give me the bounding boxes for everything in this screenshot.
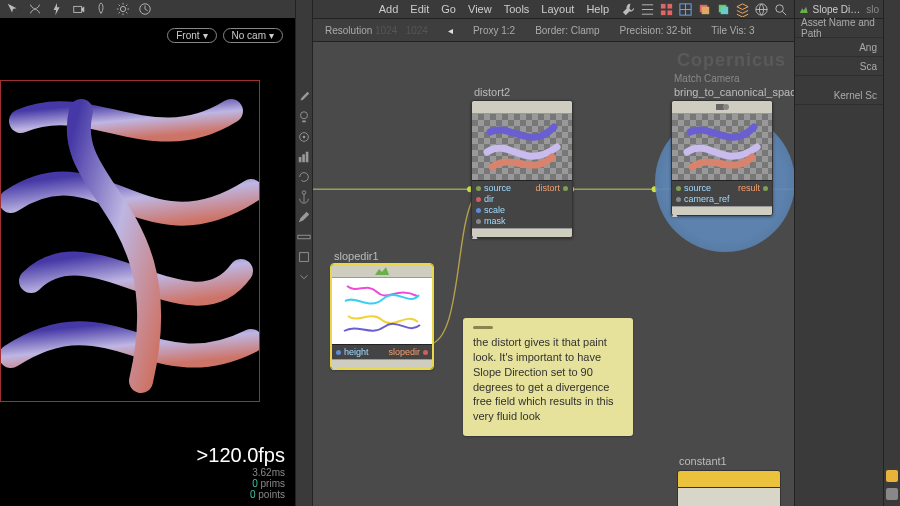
node-slopedir1[interactable]: slopedir1 heightslopedir ▴ [331,264,433,369]
wrench-icon[interactable] [621,2,636,17]
note-grip-icon[interactable] [473,326,493,329]
grid-pink-icon[interactable] [659,2,674,17]
bulb-icon[interactable] [297,110,311,124]
menu-help[interactable]: Help [586,3,609,15]
node-title: slopedir1 [334,250,379,262]
svg-rect-8 [306,152,309,163]
bolt-icon[interactable] [50,2,64,16]
viewport-safe-frame [0,80,260,402]
search-icon[interactable] [773,2,788,17]
viewport-tool-strip [295,0,313,506]
tilevis-readout[interactable]: Tile Vis: 3 [711,25,754,36]
node-bring-to-canonical-space[interactable]: Match Camera bring_to_canonical_space so… [671,100,773,216]
node-editor-header: Add Edit Go View Tools Layout Help [313,0,794,19]
node-ports: sourcedistort dir scale mask [472,180,572,228]
node-footer: ▴ [332,359,432,368]
menu-add[interactable]: Add [379,3,399,15]
svg-rect-12 [661,3,666,8]
svg-rect-11 [300,253,309,262]
clock-icon[interactable] [138,2,152,16]
param-scale[interactable]: Sca [795,57,883,76]
svg-point-1 [120,6,125,11]
param-angle[interactable]: Ang [795,38,883,57]
node-editor-subbar: Resolution 1024 1024 ◂ Proxy 1:2 Border:… [313,19,794,42]
layers-green-icon[interactable] [716,2,731,17]
menu-edit[interactable]: Edit [410,3,429,15]
node-header [677,470,781,488]
toggle-square-a[interactable] [886,470,898,482]
right-toggle-strip [883,0,900,506]
node-subtitle: Match Camera [674,73,740,84]
camera-icon[interactable] [72,2,86,16]
note-text: the distort gives it that paint look. It… [473,335,623,424]
svg-rect-15 [667,10,672,15]
target-icon[interactable] [297,130,311,144]
dropdown-icon[interactable] [297,270,311,284]
menu-go[interactable]: Go [441,3,456,15]
front-view-pill[interactable]: Front▾ [167,28,216,43]
rocket-icon[interactable] [94,2,108,16]
node-footer: ▴ [672,206,772,215]
fps-readout: >120.0fps [197,444,285,467]
toggle-square-b[interactable] [886,488,898,500]
node-preview [472,114,572,180]
svg-point-22 [776,4,784,12]
node-ports: sourceresult camera_ref [672,180,772,206]
gear-icon[interactable] [116,2,130,16]
frametime: 3.62ms [197,467,285,478]
svg-rect-13 [667,3,672,8]
node-editor-menu: Add Edit Go View Tools Layout Help [369,3,619,15]
svg-point-3 [301,112,308,119]
svg-rect-20 [721,6,729,14]
node-header [332,265,432,278]
camera-pill[interactable]: No cam▾ [223,28,283,43]
svg-rect-10 [298,235,310,239]
asset-path-label: Asset Name and Path [795,19,883,38]
box-icon[interactable] [297,250,311,264]
node-ports: heightslopedir [332,344,432,359]
svg-rect-0 [74,6,82,12]
node-name-field[interactable]: slo [866,4,879,15]
node-title: distort2 [474,86,510,98]
border-readout[interactable]: Border: Clamp [535,25,599,36]
svg-rect-29 [716,104,724,110]
viewport-panel: Front▾ No cam▾ >120.0fps [0,0,295,506]
viewport-toolbar [0,0,295,18]
menu-tools[interactable]: Tools [504,3,530,15]
stack-icon[interactable] [735,2,750,17]
node-canvas[interactable]: distort2 sourcedistort dir scale mask ▴ … [313,40,794,506]
node-distort2[interactable]: distort2 sourcedistort dir scale mask ▴ [471,100,573,238]
threads-icon[interactable] [28,2,42,16]
precision-readout[interactable]: Precision: 32-bit [620,25,692,36]
cam-label: No cam [232,30,266,41]
pencil-icon[interactable] [297,210,311,224]
node-body [677,488,781,506]
svg-rect-7 [302,154,305,162]
node-constant1[interactable]: constant1 [677,470,781,506]
menu-layout[interactable]: Layout [541,3,574,15]
viewport-render [1,81,259,401]
node-header [672,101,772,114]
arrow-icon[interactable] [6,2,20,16]
node-title: constant1 [679,455,727,467]
menu-view[interactable]: View [468,3,492,15]
grid-blue-icon[interactable] [678,2,693,17]
globe-icon[interactable] [754,2,769,17]
node-editor[interactable]: Add Edit Go View Tools Layout Help [313,0,794,506]
sticky-note[interactable]: the distort gives it that paint look. It… [463,318,633,436]
svg-rect-14 [661,10,666,15]
svg-point-30 [723,104,729,110]
loop-icon[interactable] [297,170,311,184]
proxy-readout[interactable]: Proxy 1:2 [473,25,515,36]
list-icon[interactable] [640,2,655,17]
layers-red-icon[interactable] [697,2,712,17]
res-label: Resolution [325,25,372,36]
svg-point-5 [303,136,306,139]
eyedropper-icon[interactable] [297,90,311,104]
anchor-icon[interactable] [297,190,311,204]
bars-icon[interactable] [297,150,311,164]
param-kernel-scale[interactable]: Kernel Sc [795,86,883,105]
svg-rect-18 [702,6,710,14]
ruler-icon[interactable] [297,230,311,244]
node-footer: ▴ [472,228,572,237]
